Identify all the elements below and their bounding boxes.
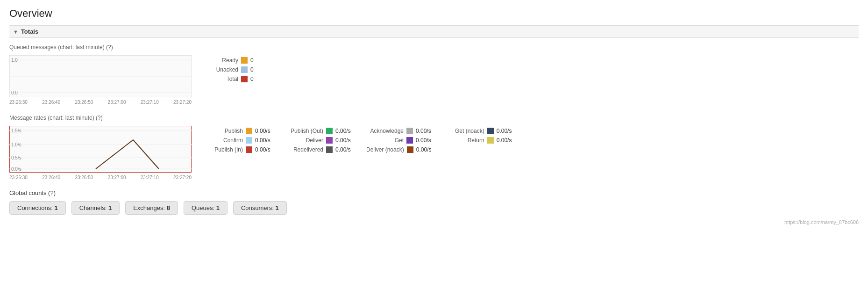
count-exchanges[interactable]: Exchanges: 8 (125, 201, 178, 215)
rate-value-publish-in: 0.00/s (255, 146, 278, 153)
totals-label: Totals (21, 28, 38, 35)
count-connections-label: Connections: (17, 204, 55, 211)
legend-color-ready (241, 57, 248, 64)
rates-col-1: Publish 0.00/s Confirm 0.00/s Publish (I… (206, 128, 278, 153)
rate-label-confirm: Confirm (206, 137, 243, 144)
rate-value-get: 0.00/s (416, 137, 439, 144)
svg-text:1.0: 1.0 (11, 58, 18, 63)
rate-label-acknowledge: Acknowledge (366, 128, 404, 134)
queued-legend: Ready 0 Unacked 0 Total 0 (206, 55, 254, 82)
rate-value-confirm: 0.00/s (255, 137, 278, 144)
rate-color-acknowledge (406, 128, 413, 134)
totals-section-header[interactable]: ▼ Totals (9, 25, 859, 38)
rate-label-deliver: Deliver (286, 137, 323, 144)
count-connections-value: 1 (55, 204, 58, 211)
global-counts-title: Global counts (?) (9, 189, 859, 196)
count-exchanges-label: Exchanges: (133, 204, 167, 211)
rate-value-get-noack: 0.00/s (497, 128, 520, 134)
totals-arrow: ▼ (13, 29, 18, 35)
message-rates-title: Message rates (chart: last minute) (?) (9, 114, 859, 121)
count-exchanges-value: 8 (167, 204, 170, 211)
legend-label-ready: Ready (206, 57, 238, 64)
rates-col-4: Get (noack) 0.00/s Return 0.00/s (447, 128, 520, 153)
rate-value-publish: 0.00/s (255, 128, 278, 134)
svg-text:1.5/s: 1.5/s (11, 128, 21, 133)
queued-messages-section: Queued messages (chart: last minute) (?)… (9, 43, 859, 105)
svg-text:0.0: 0.0 (11, 90, 18, 95)
queued-chart: 1.0 0.0 (9, 55, 192, 97)
queued-chart-wrapper: 1.0 0.0 23:26:30 23:26:40 23:26:50 23:27… (9, 55, 192, 105)
rate-deliver-noack: Deliver (noack) 0.00/s (366, 146, 440, 153)
rates-time-labels: 23:26:30 23:26:40 23:26:50 23:27:00 23:2… (9, 175, 192, 180)
svg-text:0.5/s: 0.5/s (11, 155, 21, 160)
rate-color-publish (246, 128, 252, 134)
count-consumers-label: Consumers: (241, 204, 276, 211)
legend-color-unacked (241, 66, 248, 73)
rate-color-deliver-noack (407, 146, 413, 153)
counts-row: Connections: 1 Channels: 1 Exchanges: 8 … (9, 201, 859, 215)
rate-label-get-noack: Get (noack) (447, 128, 484, 134)
rate-publish-in: Publish (In) 0.00/s (206, 146, 278, 153)
rate-get: Get 0.00/s (366, 137, 440, 144)
rate-value-publish-out: 0.00/s (335, 128, 359, 134)
legend-value-total: 0 (250, 76, 254, 82)
rate-return: Return 0.00/s (447, 137, 520, 144)
rate-deliver: Deliver 0.00/s (286, 137, 359, 144)
rates-col-3: Acknowledge 0.00/s Get 0.00/s Deliver (n… (366, 128, 440, 153)
legend-item-total: Total 0 (206, 76, 254, 82)
rate-color-deliver (326, 137, 333, 144)
count-connections[interactable]: Connections: 1 (9, 201, 66, 215)
rate-publish: Publish 0.00/s (206, 128, 278, 134)
rate-color-get (406, 137, 413, 144)
count-consumers[interactable]: Consumers: 1 (233, 201, 287, 215)
rate-value-redelivered: 0.00/s (335, 146, 359, 153)
rate-color-confirm (246, 137, 252, 144)
rates-chart-wrapper: 1.5/s 1.0/s 0.5/s 0.0/s 23:26:30 23:26:4… (9, 126, 192, 180)
count-queues-label: Queues: (192, 204, 216, 211)
rate-label-publish-out: Publish (Out) (286, 128, 323, 134)
queued-chart-legend-row: 1.0 0.0 23:26:30 23:26:40 23:26:50 23:27… (9, 55, 859, 105)
legend-item-unacked: Unacked 0 (206, 66, 254, 73)
count-consumers-value: 1 (276, 204, 279, 211)
rate-value-acknowledge: 0.00/s (416, 128, 439, 134)
rate-color-return (487, 137, 494, 144)
rate-color-publish-out (326, 128, 333, 134)
rate-label-deliver-noack: Deliver (noack) (366, 146, 404, 153)
legend-color-total (241, 76, 248, 82)
rate-label-publish-in: Publish (In) (206, 146, 243, 153)
legend-value-ready: 0 (250, 57, 254, 64)
rate-value-deliver: 0.00/s (335, 137, 359, 144)
rates-chart: 1.5/s 1.0/s 0.5/s 0.0/s (9, 126, 192, 173)
page-title: Overview (9, 7, 859, 20)
rate-value-deliver-noack: 0.00/s (416, 146, 440, 153)
rate-redelivered: Redelivered 0.00/s (286, 146, 359, 153)
count-queues-value: 1 (216, 204, 220, 211)
rate-confirm: Confirm 0.00/s (206, 137, 278, 144)
count-queues[interactable]: Queues: 1 (184, 201, 228, 215)
svg-text:0.0/s: 0.0/s (11, 167, 21, 172)
legend-label-unacked: Unacked (206, 66, 238, 73)
rate-value-return: 0.00/s (497, 137, 520, 144)
message-rates-section: Message rates (chart: last minute) (?) 1… (9, 114, 859, 180)
rate-color-redelivered (326, 146, 333, 153)
global-counts-section: Global counts (?) Connections: 1 Channel… (9, 189, 859, 215)
rates-chart-legend-row: 1.5/s 1.0/s 0.5/s 0.0/s 23:26:30 23:26:4… (9, 126, 859, 180)
rate-label-redelivered: Redelivered (286, 146, 323, 153)
rate-color-get-noack (487, 128, 494, 134)
url-hint: https://blog.com/na/my_87bc606 (9, 219, 859, 225)
legend-value-unacked: 0 (250, 66, 254, 73)
count-channels-label: Channels: (79, 204, 108, 211)
rates-legend: Publish 0.00/s Confirm 0.00/s Publish (I… (206, 126, 520, 153)
rates-col-2: Publish (Out) 0.00/s Deliver 0.00/s Rede… (286, 128, 359, 153)
rate-label-return: Return (447, 137, 484, 144)
rate-label-publish: Publish (206, 128, 243, 134)
rate-acknowledge: Acknowledge 0.00/s (366, 128, 440, 134)
count-channels[interactable]: Channels: 1 (71, 201, 120, 215)
rate-get-noack: Get (noack) 0.00/s (447, 128, 520, 134)
count-channels-value: 1 (108, 204, 112, 211)
legend-label-total: Total (206, 76, 238, 82)
queued-time-labels: 23:26:30 23:26:40 23:26:50 23:27:00 23:2… (9, 100, 192, 105)
queued-messages-title: Queued messages (chart: last minute) (?) (9, 43, 859, 51)
rate-label-get: Get (366, 137, 404, 144)
rate-color-publish-in (246, 146, 252, 153)
